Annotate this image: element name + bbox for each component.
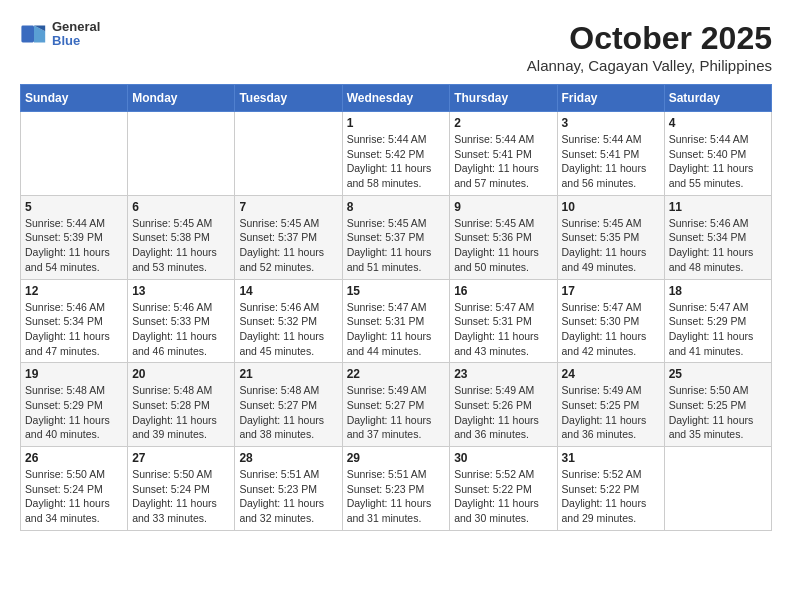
day-number: 7: [239, 200, 337, 214]
calendar-cell: 30Sunrise: 5:52 AM Sunset: 5:22 PM Dayli…: [450, 447, 557, 531]
calendar-cell: 1Sunrise: 5:44 AM Sunset: 5:42 PM Daylig…: [342, 112, 450, 196]
logo: General Blue: [20, 20, 100, 49]
calendar-cell: 21Sunrise: 5:48 AM Sunset: 5:27 PM Dayli…: [235, 363, 342, 447]
day-info: Sunrise: 5:50 AM Sunset: 5:24 PM Dayligh…: [25, 467, 123, 526]
day-info: Sunrise: 5:49 AM Sunset: 5:26 PM Dayligh…: [454, 383, 552, 442]
day-number: 8: [347, 200, 446, 214]
day-info: Sunrise: 5:45 AM Sunset: 5:35 PM Dayligh…: [562, 216, 660, 275]
weekday-header-tuesday: Tuesday: [235, 85, 342, 112]
calendar-cell: 3Sunrise: 5:44 AM Sunset: 5:41 PM Daylig…: [557, 112, 664, 196]
day-info: Sunrise: 5:48 AM Sunset: 5:28 PM Dayligh…: [132, 383, 230, 442]
weekday-header-friday: Friday: [557, 85, 664, 112]
day-number: 30: [454, 451, 552, 465]
svg-rect-0: [21, 26, 34, 43]
calendar-cell: 24Sunrise: 5:49 AM Sunset: 5:25 PM Dayli…: [557, 363, 664, 447]
day-number: 3: [562, 116, 660, 130]
day-number: 24: [562, 367, 660, 381]
weekday-header-saturday: Saturday: [664, 85, 771, 112]
day-info: Sunrise: 5:50 AM Sunset: 5:24 PM Dayligh…: [132, 467, 230, 526]
day-info: Sunrise: 5:44 AM Sunset: 5:42 PM Dayligh…: [347, 132, 446, 191]
day-number: 27: [132, 451, 230, 465]
calendar-week-2: 5Sunrise: 5:44 AM Sunset: 5:39 PM Daylig…: [21, 195, 772, 279]
calendar-cell: 27Sunrise: 5:50 AM Sunset: 5:24 PM Dayli…: [128, 447, 235, 531]
day-number: 11: [669, 200, 767, 214]
day-number: 16: [454, 284, 552, 298]
header: General Blue October 2025 Alannay, Cagay…: [20, 20, 772, 74]
day-info: Sunrise: 5:46 AM Sunset: 5:34 PM Dayligh…: [669, 216, 767, 275]
day-number: 23: [454, 367, 552, 381]
day-number: 15: [347, 284, 446, 298]
calendar-cell: 9Sunrise: 5:45 AM Sunset: 5:36 PM Daylig…: [450, 195, 557, 279]
day-number: 25: [669, 367, 767, 381]
day-number: 21: [239, 367, 337, 381]
calendar-week-5: 26Sunrise: 5:50 AM Sunset: 5:24 PM Dayli…: [21, 447, 772, 531]
day-info: Sunrise: 5:47 AM Sunset: 5:31 PM Dayligh…: [347, 300, 446, 359]
day-info: Sunrise: 5:45 AM Sunset: 5:37 PM Dayligh…: [347, 216, 446, 275]
day-number: 4: [669, 116, 767, 130]
calendar-cell: 6Sunrise: 5:45 AM Sunset: 5:38 PM Daylig…: [128, 195, 235, 279]
calendar-cell: 29Sunrise: 5:51 AM Sunset: 5:23 PM Dayli…: [342, 447, 450, 531]
weekday-header-row: SundayMondayTuesdayWednesdayThursdayFrid…: [21, 85, 772, 112]
day-info: Sunrise: 5:52 AM Sunset: 5:22 PM Dayligh…: [562, 467, 660, 526]
calendar-cell: 13Sunrise: 5:46 AM Sunset: 5:33 PM Dayli…: [128, 279, 235, 363]
calendar-table: SundayMondayTuesdayWednesdayThursdayFrid…: [20, 84, 772, 531]
day-info: Sunrise: 5:47 AM Sunset: 5:30 PM Dayligh…: [562, 300, 660, 359]
day-info: Sunrise: 5:51 AM Sunset: 5:23 PM Dayligh…: [239, 467, 337, 526]
calendar-cell: 22Sunrise: 5:49 AM Sunset: 5:27 PM Dayli…: [342, 363, 450, 447]
calendar-cell: 19Sunrise: 5:48 AM Sunset: 5:29 PM Dayli…: [21, 363, 128, 447]
logo-text: General Blue: [52, 20, 100, 49]
logo-icon: [20, 20, 48, 48]
day-number: 20: [132, 367, 230, 381]
day-info: Sunrise: 5:44 AM Sunset: 5:41 PM Dayligh…: [454, 132, 552, 191]
day-info: Sunrise: 5:45 AM Sunset: 5:38 PM Dayligh…: [132, 216, 230, 275]
day-info: Sunrise: 5:50 AM Sunset: 5:25 PM Dayligh…: [669, 383, 767, 442]
day-number: 14: [239, 284, 337, 298]
weekday-header-sunday: Sunday: [21, 85, 128, 112]
day-info: Sunrise: 5:51 AM Sunset: 5:23 PM Dayligh…: [347, 467, 446, 526]
calendar-week-1: 1Sunrise: 5:44 AM Sunset: 5:42 PM Daylig…: [21, 112, 772, 196]
day-number: 10: [562, 200, 660, 214]
calendar-cell: 23Sunrise: 5:49 AM Sunset: 5:26 PM Dayli…: [450, 363, 557, 447]
day-number: 17: [562, 284, 660, 298]
day-number: 12: [25, 284, 123, 298]
page-subtitle: Alannay, Cagayan Valley, Philippines: [527, 57, 772, 74]
calendar-cell: 15Sunrise: 5:47 AM Sunset: 5:31 PM Dayli…: [342, 279, 450, 363]
day-number: 31: [562, 451, 660, 465]
weekday-header-monday: Monday: [128, 85, 235, 112]
calendar-cell: [235, 112, 342, 196]
day-number: 29: [347, 451, 446, 465]
calendar-cell: 5Sunrise: 5:44 AM Sunset: 5:39 PM Daylig…: [21, 195, 128, 279]
day-number: 22: [347, 367, 446, 381]
page-title: October 2025: [527, 20, 772, 57]
calendar-cell: 7Sunrise: 5:45 AM Sunset: 5:37 PM Daylig…: [235, 195, 342, 279]
day-number: 26: [25, 451, 123, 465]
day-number: 19: [25, 367, 123, 381]
day-number: 5: [25, 200, 123, 214]
calendar-cell: [128, 112, 235, 196]
day-number: 13: [132, 284, 230, 298]
calendar-cell: 10Sunrise: 5:45 AM Sunset: 5:35 PM Dayli…: [557, 195, 664, 279]
calendar-cell: 4Sunrise: 5:44 AM Sunset: 5:40 PM Daylig…: [664, 112, 771, 196]
calendar-cell: 28Sunrise: 5:51 AM Sunset: 5:23 PM Dayli…: [235, 447, 342, 531]
day-info: Sunrise: 5:47 AM Sunset: 5:31 PM Dayligh…: [454, 300, 552, 359]
day-info: Sunrise: 5:48 AM Sunset: 5:29 PM Dayligh…: [25, 383, 123, 442]
day-info: Sunrise: 5:46 AM Sunset: 5:32 PM Dayligh…: [239, 300, 337, 359]
day-info: Sunrise: 5:48 AM Sunset: 5:27 PM Dayligh…: [239, 383, 337, 442]
day-info: Sunrise: 5:44 AM Sunset: 5:40 PM Dayligh…: [669, 132, 767, 191]
weekday-header-thursday: Thursday: [450, 85, 557, 112]
calendar-cell: 18Sunrise: 5:47 AM Sunset: 5:29 PM Dayli…: [664, 279, 771, 363]
calendar-week-4: 19Sunrise: 5:48 AM Sunset: 5:29 PM Dayli…: [21, 363, 772, 447]
calendar-cell: 8Sunrise: 5:45 AM Sunset: 5:37 PM Daylig…: [342, 195, 450, 279]
day-info: Sunrise: 5:45 AM Sunset: 5:36 PM Dayligh…: [454, 216, 552, 275]
calendar-cell: 20Sunrise: 5:48 AM Sunset: 5:28 PM Dayli…: [128, 363, 235, 447]
calendar-cell: 17Sunrise: 5:47 AM Sunset: 5:30 PM Dayli…: [557, 279, 664, 363]
calendar-cell: 11Sunrise: 5:46 AM Sunset: 5:34 PM Dayli…: [664, 195, 771, 279]
day-info: Sunrise: 5:49 AM Sunset: 5:27 PM Dayligh…: [347, 383, 446, 442]
day-number: 6: [132, 200, 230, 214]
calendar-cell: [21, 112, 128, 196]
day-info: Sunrise: 5:45 AM Sunset: 5:37 PM Dayligh…: [239, 216, 337, 275]
calendar-cell: [664, 447, 771, 531]
day-info: Sunrise: 5:44 AM Sunset: 5:41 PM Dayligh…: [562, 132, 660, 191]
weekday-header-wednesday: Wednesday: [342, 85, 450, 112]
day-info: Sunrise: 5:49 AM Sunset: 5:25 PM Dayligh…: [562, 383, 660, 442]
